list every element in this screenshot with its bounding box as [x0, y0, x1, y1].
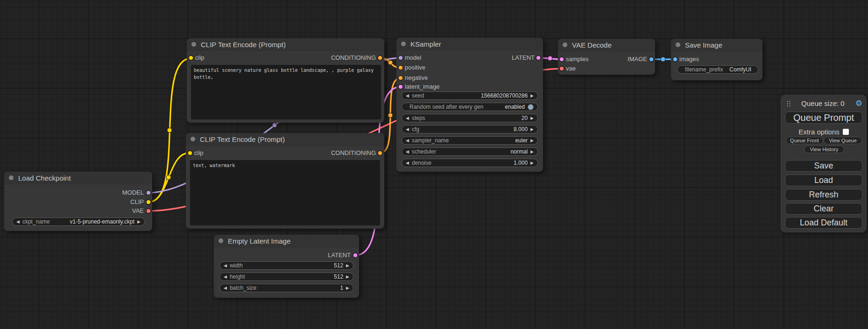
collapse-dot-icon[interactable]	[401, 42, 406, 46]
node-titlebar[interactable]: KSampler	[396, 38, 543, 50]
node-title: KSampler	[410, 40, 441, 48]
decrement-arrow-icon[interactable]: ◀	[224, 273, 227, 280]
clear-button[interactable]: Clear	[785, 203, 862, 215]
input-label-model: model	[405, 54, 421, 62]
node-graph-canvas[interactable]: Load Checkpoint MODEL CLIP VAE ◀ ckpt_na…	[0, 0, 868, 329]
node-save-image[interactable]: Save Image images filename_prefix ComfyU…	[671, 39, 762, 80]
widget-value: 512	[334, 262, 343, 269]
collapse-dot-icon[interactable]	[219, 238, 223, 243]
node-title: CLIP Text Encode (Prompt)	[200, 135, 285, 143]
increment-arrow-icon[interactable]: ▶	[137, 218, 141, 225]
node-title: Empty Latent Image	[228, 237, 290, 245]
queue-front-button[interactable]: Queue Front	[786, 137, 823, 144]
node-titlebar[interactable]: Empty Latent Image	[214, 235, 359, 247]
decrement-arrow-icon[interactable]: ◀	[224, 284, 227, 292]
node-titlebar[interactable]: CLIP Text Encode (Prompt)	[187, 38, 384, 51]
node-empty-latent-image[interactable]: Empty Latent Image LATENT ◀ width 512 ▶ …	[214, 235, 359, 298]
node-titlebar[interactable]: VAE Decode	[558, 39, 655, 51]
node-clip-text-encode-positive[interactable]: CLIP Text Encode (Prompt) clip CONDITION…	[187, 38, 384, 123]
output-label-latent: LATENT	[328, 251, 351, 259]
widget-denoise[interactable]: ◀ denoise 1.000 ▶	[402, 159, 538, 167]
widget-value: enabled	[505, 104, 525, 110]
node-load-checkpoint[interactable]: Load Checkpoint MODEL CLIP VAE ◀ ckpt_na…	[4, 172, 152, 231]
widget-cfg[interactable]: ◀ cfg 8.000 ▶	[402, 125, 538, 133]
link-midpoint-dot	[166, 175, 171, 180]
collapse-dot-icon[interactable]	[9, 175, 14, 180]
widget-label: batch_size	[230, 285, 256, 291]
widget-value: ComfyUI	[729, 66, 751, 73]
widget-batch-size[interactable]: ◀ batch_size 1 ▶	[219, 284, 353, 292]
input-label-latent-image: latent_image	[405, 83, 439, 91]
widget-label: sampler_name	[412, 137, 449, 144]
widget-label: steps	[412, 115, 425, 121]
node-titlebar[interactable]: Load Checkpoint	[4, 172, 152, 184]
widget-steps[interactable]: ◀ steps 20 ▶	[402, 114, 538, 122]
gear-icon[interactable]: ⚙	[855, 99, 862, 107]
link-midpoint-dot	[661, 57, 665, 62]
output-label-vae: VAE	[132, 207, 144, 215]
collapse-dot-icon[interactable]	[563, 42, 567, 47]
widget-value: v1-5-pruned-emaonly.ckpt	[70, 218, 135, 225]
widget-ckpt-name[interactable]: ◀ ckpt_name v1-5-pruned-emaonly.ckpt ▶	[12, 217, 145, 226]
refresh-button[interactable]: Refresh	[785, 189, 862, 201]
widget-seed[interactable]: ◀ seed 156680208700286 ▶	[402, 91, 538, 100]
view-history-button[interactable]: View History	[804, 146, 844, 153]
node-vae-decode[interactable]: VAE Decode samples vae IMAGE	[558, 39, 655, 75]
view-queue-button[interactable]: View Queue	[824, 137, 862, 144]
decrement-arrow-icon[interactable]: ◀	[406, 148, 409, 155]
toggle-enabled-icon[interactable]	[528, 104, 534, 110]
widget-filename-prefix[interactable]: filename_prefix ComfyUI	[677, 65, 758, 74]
node-title: VAE Decode	[572, 41, 612, 49]
widget-label: seed	[412, 92, 424, 99]
increment-arrow-icon[interactable]: ▶	[530, 137, 534, 144]
increment-arrow-icon[interactable]: ▶	[530, 92, 534, 99]
output-label-conditioning: CONDITIONING	[331, 54, 376, 62]
queue-prompt-button[interactable]: Queue Prompt	[785, 112, 862, 124]
node-ksampler[interactable]: KSampler model positive negative latent_…	[396, 38, 543, 172]
node-titlebar[interactable]: CLIP Text Encode (Prompt)	[186, 133, 384, 146]
widget-value: 1	[340, 285, 343, 291]
increment-arrow-icon[interactable]: ▶	[346, 262, 349, 269]
prompt-textarea[interactable]: beautiful scenery nature glass bottle la…	[191, 65, 381, 119]
widget-label: width	[230, 262, 243, 269]
node-clip-text-encode-negative[interactable]: CLIP Text Encode (Prompt) clip CONDITION…	[186, 133, 384, 229]
widget-width[interactable]: ◀ width 512 ▶	[219, 261, 353, 270]
widget-random-seed[interactable]: Random seed after every gen enabled	[402, 103, 538, 111]
link-midpoint-dot	[167, 128, 172, 133]
widget-value: 8.000	[514, 126, 528, 133]
increment-arrow-icon[interactable]: ▶	[346, 273, 349, 280]
node-title: Save Image	[685, 41, 722, 49]
decrement-arrow-icon[interactable]: ◀	[406, 92, 409, 99]
collapse-dot-icon[interactable]	[191, 42, 196, 47]
increment-arrow-icon[interactable]: ▶	[530, 148, 534, 155]
widget-value: 20	[522, 115, 528, 121]
load-default-button[interactable]: Load Default	[785, 217, 862, 229]
input-label-images: images	[679, 55, 699, 63]
widget-value: 156680208700286	[481, 92, 528, 99]
increment-arrow-icon[interactable]: ▶	[530, 159, 534, 167]
widget-sampler-name[interactable]: ◀ sampler_name euler ▶	[402, 136, 538, 145]
widget-value: 512	[334, 273, 343, 280]
collapse-dot-icon[interactable]	[676, 42, 680, 47]
decrement-arrow-icon[interactable]: ◀	[406, 137, 409, 144]
increment-arrow-icon[interactable]: ▶	[346, 284, 349, 292]
save-button[interactable]: Save	[785, 160, 862, 172]
prompt-textarea[interactable]: text, watermark	[190, 160, 380, 225]
widget-scheduler[interactable]: ◀ scheduler normal ▶	[402, 147, 538, 156]
collapse-dot-icon[interactable]	[191, 137, 195, 141]
decrement-arrow-icon[interactable]: ◀	[406, 126, 409, 133]
widget-height[interactable]: ◀ height 512 ▶	[219, 273, 353, 281]
load-button[interactable]: Load	[785, 175, 862, 186]
queue-panel[interactable]: Queue size: 0 ⚙ Queue Prompt Extra optio…	[781, 95, 867, 232]
decrement-arrow-icon[interactable]: ◀	[406, 114, 409, 122]
drag-handle-icon[interactable]	[786, 100, 790, 106]
extra-options-checkbox[interactable]	[843, 129, 849, 135]
increment-arrow-icon[interactable]: ▶	[530, 114, 534, 122]
input-label-clip: clip	[194, 149, 204, 157]
increment-arrow-icon[interactable]: ▶	[530, 126, 534, 133]
output-label-latent: LATENT	[512, 54, 535, 62]
node-titlebar[interactable]: Save Image	[671, 39, 762, 51]
decrement-arrow-icon[interactable]: ◀	[16, 218, 20, 225]
decrement-arrow-icon[interactable]: ◀	[224, 262, 227, 269]
decrement-arrow-icon[interactable]: ◀	[406, 159, 409, 167]
